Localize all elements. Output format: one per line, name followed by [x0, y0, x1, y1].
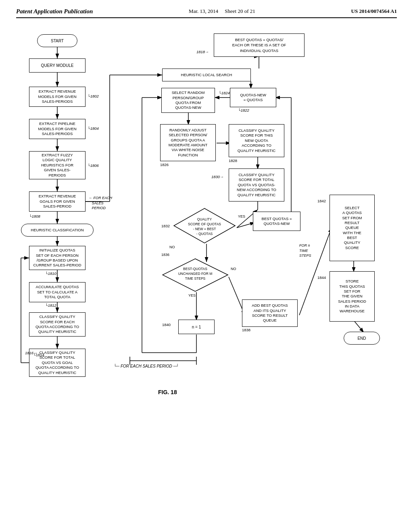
label-1802: └1802	[88, 94, 99, 99]
box-1822: QUOTAS-NEW= QUOTAS	[230, 88, 276, 107]
label-1822: └1822	[238, 108, 249, 113]
for-each-label-1808: ← FOR EACH SALES PERIOD	[89, 195, 112, 211]
heuristic-classification-box: HEURISTIC CLASSIFICATION	[21, 224, 94, 237]
figure-label: FIG. 18	[158, 389, 177, 395]
box-1802: EXTRACT REVENUEMODELS FOR GIVENSALES-PER…	[29, 87, 86, 107]
box-1812: ACCUMULATE QUOTASSET TO CALCULATE ATOTAL…	[29, 282, 86, 302]
box-best-quotas-new: BEST QUOTAS =QUOTAS-NEW	[253, 212, 300, 231]
box-1824: SELECT RANDOMPERSON/GROUPQUOTA FROMQUOTA…	[161, 88, 215, 113]
svg-text:SCORE OF QUOTAS: SCORE OF QUOTAS	[188, 222, 221, 226]
svg-line-32	[299, 228, 332, 315]
flowchart-area: START QUERY MODULE EXTRACT REVENUEMODELS…	[17, 22, 396, 490]
label-1818: 1818→	[196, 50, 209, 54]
box-1830: CLASSIFY QUALITYSCORE FOR TOTALQUOTA VS …	[229, 168, 284, 202]
label-1810: └1810	[45, 271, 56, 276]
yes-label-1832: YES	[238, 214, 245, 218]
label-1808: └1808	[29, 214, 40, 219]
svg-text:QUALITY: QUALITY	[197, 217, 212, 221]
for-each-sales-period-label: └─ FOR EACH SALES PERIOD ─┘	[114, 364, 179, 368]
heuristic-local-search-box: HEURISTIC LOCAL SEARCH	[162, 69, 251, 81]
box-1806: EXTRACT FUZZYLOGIC QUALITYHEURISTICS FOR…	[29, 151, 86, 179]
label-1806: └1806	[88, 163, 99, 168]
label-1842: 1842	[317, 199, 326, 204]
svg-text:UNCHANGED FOR M: UNCHANGED FOR M	[178, 272, 213, 276]
yes-label-1836: YES	[188, 293, 196, 297]
label-1844: 1844	[317, 275, 326, 280]
label-1824: └1824	[219, 91, 230, 96]
box-1826: RANDOMLY ADJUSTSELECTED PERSON/GROUPS QU…	[160, 124, 216, 161]
end-box: END	[344, 332, 380, 345]
label-1838: 1838	[242, 328, 250, 332]
label-1830: 1830→	[211, 175, 224, 179]
label-1840: 1840	[162, 322, 171, 327]
box-1844: STORETHIS QUOTASSET FORTHE GIVENSALES PE…	[330, 271, 375, 322]
for-n-time-steps-label: FOR nTIMESTEPS	[299, 243, 311, 258]
start-box: START	[37, 34, 77, 47]
publication-number: US 2014/0074564 A1	[351, 8, 397, 15]
svg-line-25	[237, 222, 255, 228]
label-1814: └1814	[33, 353, 44, 357]
no-label-1832: NO	[169, 245, 175, 249]
no-label-1836: NO	[231, 267, 236, 271]
svg-text:- NEW = BEST: - NEW = BEST	[193, 227, 216, 231]
label-1826: 1826	[160, 162, 169, 167]
box-n-eq-1: n = 1	[178, 320, 215, 334]
svg-text:- QUOTAS: - QUOTAS	[196, 232, 213, 236]
box-1814: CLASSIFY QUALITYSCORE FOR EACHQUOTA ACCO…	[29, 312, 86, 337]
svg-text:TIME STEPS: TIME STEPS	[185, 276, 206, 281]
label-1828: 1828	[229, 158, 237, 163]
page-header: Patent Application Publication Mar. 13, …	[16, 8, 397, 18]
best-quotas-top-box: BEST QUOTAS = QUOTAS/EACH OR THESE IS A …	[214, 33, 305, 57]
diamond-1832: QUALITY SCORE OF QUOTAS - NEW = BEST - Q…	[173, 208, 236, 244]
label-1804: └1804	[88, 126, 99, 131]
box-1810: INITIALIZE QUOTASSET OF EACH PERSON/GROU…	[29, 246, 86, 270]
publication-date-sheet: Mar. 13, 2014 Sheet 20 of 21	[189, 8, 255, 15]
label-ref-1836: 1836	[161, 253, 169, 257]
box-1804: EXTRACT PIPELINEMODELS FOR GIVENSALES-PE…	[29, 119, 86, 139]
label-1832: 1832	[161, 224, 170, 229]
box-1838: ADD BEST QUOTASAND ITS QUALITYSCORE TO R…	[242, 299, 298, 327]
diamond-1836: BEST-QUOTAS UNCHANGED FOR M TIME STEPS	[162, 258, 229, 292]
svg-line-34	[354, 320, 364, 332]
query-module-box: QUERY MODULE	[29, 58, 86, 73]
page-container: Patent Application Publication Mar. 13, …	[0, 0, 413, 532]
box-1808: EXTRACT REVENUEGOALS FOR GIVENSALES-PERI…	[29, 191, 86, 212]
publication-title: Patent Application Publication	[16, 8, 93, 15]
box-1828: CLASSIFY QUALITYSCORE FOR THISNEW QUOTAA…	[229, 124, 284, 157]
svg-text:BEST-QUOTAS: BEST-QUOTAS	[183, 267, 207, 271]
label-1812: └1812	[45, 303, 56, 308]
box-1842: SELECTA QUOTASSET FROMRESULTQUEUEWITH TH…	[330, 195, 375, 261]
